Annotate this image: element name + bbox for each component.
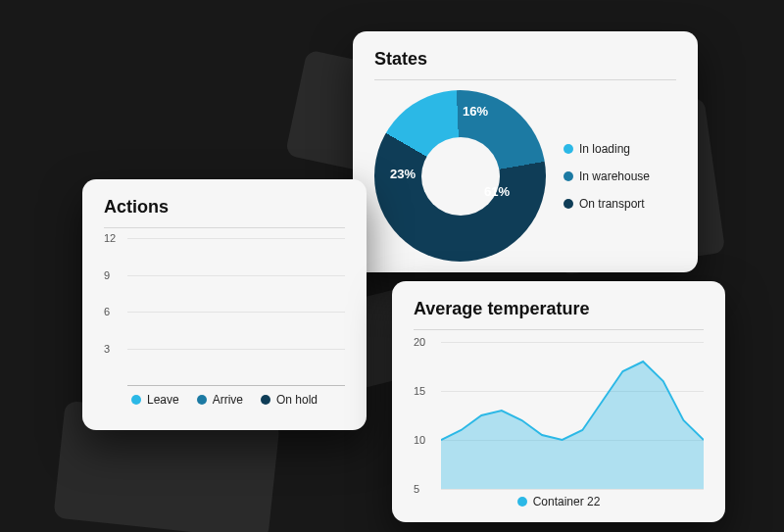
legend-dot [197, 395, 207, 405]
legend-dot [131, 395, 141, 405]
legend-dot [564, 171, 573, 181]
legend-item-onhold[interactable]: On hold [261, 393, 318, 407]
y-tick: 12 [104, 232, 116, 244]
temperature-area-chart: 5101520 [441, 342, 704, 489]
divider [104, 227, 345, 228]
temperature-title: Average temperature [414, 299, 704, 319]
donut-hole [421, 137, 500, 216]
legend-dot [261, 395, 270, 405]
y-tick: 6 [104, 306, 110, 317]
temperature-card: Average temperature 5101520 Container 22 [392, 281, 725, 522]
legend-item-arrive[interactable]: Arrive [197, 393, 243, 407]
y-tick: 5 [414, 483, 419, 495]
legend-label: In warehouse [579, 169, 650, 183]
y-tick: 15 [414, 385, 425, 397]
states-body: 16% 23% 61% In loading In warehouse On t… [374, 90, 676, 262]
actions-bar-chart: 36912 [127, 238, 345, 385]
legend-item-transport[interactable]: On transport [564, 197, 650, 211]
actions-title: Actions [104, 197, 345, 218]
legend-label: On transport [579, 197, 645, 211]
legend-label: In loading [579, 142, 630, 156]
states-legend: In loading In warehouse On transport [564, 142, 650, 211]
legend-item-leave[interactable]: Leave [131, 393, 179, 407]
dashboard-stage: States 16% 23% 61% In loading In warehou… [0, 0, 784, 532]
legend-label: Container 22 [533, 495, 601, 508]
temperature-legend: Container 22 [414, 495, 704, 508]
divider [414, 329, 704, 330]
y-tick: 3 [104, 343, 110, 355]
slice-label-warehouse: 23% [390, 167, 416, 181]
slice-label-loading: 16% [463, 104, 488, 119]
y-tick: 10 [414, 434, 425, 446]
actions-card: Actions 36912 Leave Arrive On hold [82, 179, 367, 430]
legend-item-warehouse[interactable]: In warehouse [564, 169, 650, 183]
divider [374, 79, 676, 80]
legend-dot [564, 144, 573, 154]
legend-label: Leave [147, 393, 179, 407]
legend-label: On hold [276, 393, 318, 407]
slice-label-transport: 61% [484, 184, 510, 199]
states-card: States 16% 23% 61% In loading In warehou… [353, 31, 698, 272]
actions-legend: Leave Arrive On hold [104, 393, 345, 407]
states-title: States [374, 49, 676, 70]
legend-item-container22[interactable]: Container 22 [517, 495, 601, 508]
legend-dot [517, 497, 527, 507]
y-tick: 9 [104, 269, 110, 281]
states-donut-chart: 16% 23% 61% [374, 90, 546, 262]
legend-dot [564, 199, 573, 209]
legend-item-loading[interactable]: In loading [564, 142, 650, 156]
legend-label: Arrive [213, 393, 243, 407]
y-tick: 20 [414, 336, 425, 348]
